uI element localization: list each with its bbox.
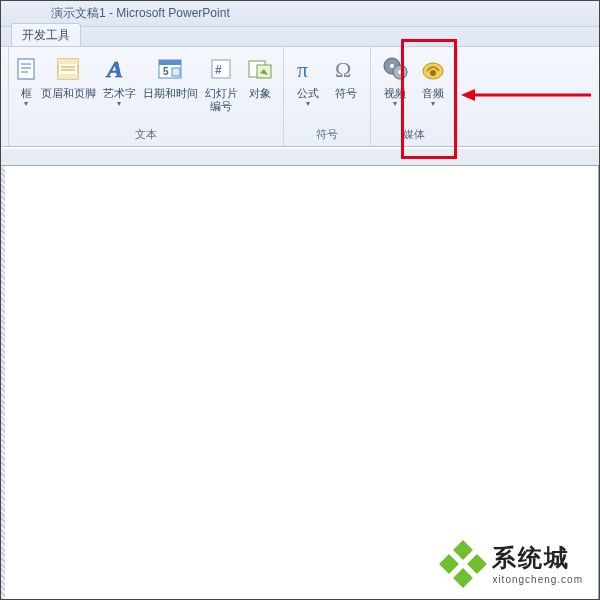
video-button[interactable]: 视频▾: [377, 51, 413, 115]
group-label-text: 文本: [9, 125, 283, 146]
svg-rect-11: [159, 60, 181, 65]
watermark: 系统城 xitongcheng.com: [442, 542, 583, 585]
audio-icon: [419, 53, 447, 85]
slide-canvas[interactable]: [1, 165, 599, 599]
svg-point-26: [430, 70, 436, 76]
group-media: 视频▾ 音频▾ 媒体: [371, 47, 458, 146]
svg-rect-5: [58, 59, 78, 64]
svg-text:A: A: [105, 56, 123, 82]
equation-button[interactable]: π 公式▾: [290, 51, 326, 115]
slide-number-label: 幻灯片 编号: [205, 87, 238, 113]
chevron-down-icon: ▾: [393, 100, 397, 108]
wordart-button[interactable]: A 艺术字▾: [99, 51, 139, 115]
window-title: 演示文稿1 - Microsoft PowerPoint: [51, 5, 230, 22]
textbox-button[interactable]: 框▾: [15, 51, 37, 115]
svg-point-23: [390, 64, 394, 68]
watermark-brand: 系统城: [492, 542, 583, 574]
svg-text:π: π: [297, 57, 308, 82]
chevron-down-icon: ▾: [306, 100, 310, 108]
chevron-down-icon: ▾: [431, 100, 435, 108]
ribbon: 框▾ 页眉和页脚 A 艺术字▾ 5 日期和时间: [1, 47, 599, 147]
svg-point-24: [398, 70, 402, 74]
slide-number-button[interactable]: # 幻灯片 编号: [201, 51, 241, 115]
header-footer-icon: [55, 53, 81, 85]
symbol-button[interactable]: Ω 符号: [328, 51, 364, 115]
datetime-button[interactable]: 5 日期和时间: [141, 51, 199, 115]
watermark-logo: [442, 543, 484, 585]
group-text: 框▾ 页眉和页脚 A 艺术字▾ 5 日期和时间: [9, 47, 284, 146]
wordart-icon: A: [105, 53, 133, 85]
window-titlebar: 演示文稿1 - Microsoft PowerPoint: [1, 1, 599, 27]
group-label-media: 媒体: [371, 125, 457, 146]
equation-icon: π: [294, 53, 322, 85]
ribbon-tabs: 开发工具: [1, 27, 599, 47]
tab-developer[interactable]: 开发工具: [11, 23, 81, 46]
textbox-icon: [16, 53, 36, 85]
object-button[interactable]: 对象: [243, 51, 277, 115]
svg-rect-13: [172, 68, 180, 76]
workspace: [1, 149, 599, 599]
datetime-icon: 5: [157, 53, 183, 85]
slide-number-icon: #: [209, 53, 233, 85]
selection-edge: [1, 166, 5, 599]
audio-button[interactable]: 音频▾: [415, 51, 451, 115]
svg-rect-6: [58, 74, 78, 79]
svg-rect-0: [18, 59, 34, 79]
video-icon: [381, 53, 409, 85]
object-icon: [247, 53, 273, 85]
svg-text:#: #: [215, 63, 222, 77]
watermark-url: xitongcheng.com: [492, 574, 583, 585]
svg-text:5: 5: [163, 66, 169, 77]
symbol-icon: Ω: [332, 53, 360, 85]
group-symbols: π 公式▾ Ω 符号 符号: [284, 47, 371, 146]
svg-text:Ω: Ω: [335, 57, 351, 82]
group-edge: [1, 47, 9, 146]
group-label-symbols: 符号: [284, 125, 370, 146]
chevron-down-icon: ▾: [24, 100, 28, 108]
header-footer-button[interactable]: 页眉和页脚: [39, 51, 97, 115]
chevron-down-icon: ▾: [117, 100, 121, 108]
